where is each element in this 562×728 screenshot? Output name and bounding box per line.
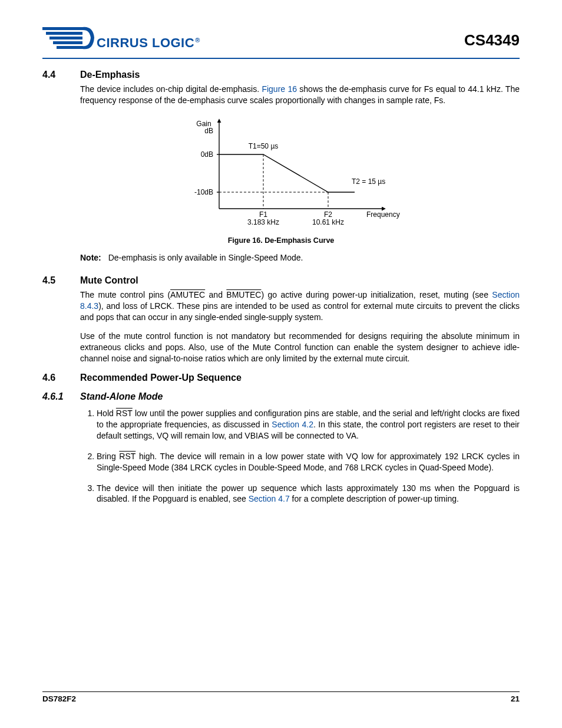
page-number: 21: [511, 694, 520, 703]
section-4-5-para1: The mute control pins (AMUTEC and BMUTEC…: [80, 289, 520, 323]
section-title: Mute Control: [80, 275, 138, 286]
section-42-link[interactable]: Section 4.2: [272, 420, 313, 429]
deemphasis-chart: Gain dB 0dB -10dB T1=50 µs T2 = 15 µs F1…: [154, 114, 408, 232]
page-footer: DS782F2 21: [42, 691, 520, 703]
step-2: Bring RST high. The device will remain i…: [97, 451, 520, 473]
section-num: 4.5: [42, 275, 80, 286]
registered-mark: ®: [195, 37, 200, 44]
step-3: The device will then initiate the power …: [97, 483, 520, 505]
section-4-5-para2: Use of the mute control function is not …: [80, 331, 520, 364]
note-text: De-emphasis is only available in Single-…: [108, 253, 303, 262]
svg-rect-1: [46, 32, 82, 35]
standalone-steps: Hold RST low until the power supplies an…: [80, 408, 520, 505]
rst-signal: RST: [116, 408, 133, 419]
section-4-6-1-heading: 4.6.1 Stand-Alone Mode: [42, 391, 520, 402]
subsection-title: Stand-Alone Mode: [80, 391, 163, 402]
figure-16-link[interactable]: Figure 16: [262, 84, 297, 94]
section-4-5-heading: 4.5 Mute Control: [42, 275, 520, 286]
x-tick-f2-val: 10.61 kHz: [312, 218, 344, 226]
x-tick-f1-val: 3.183 kHz: [247, 218, 279, 226]
step-1: Hold RST low until the power supplies an…: [97, 408, 520, 442]
section-47-link[interactable]: Section 4.7: [249, 494, 290, 503]
svg-rect-0: [42, 27, 82, 30]
brand-logo: CIRRUS LOGIC®: [42, 24, 201, 57]
section-4-4-para1: The device includes on-chip digital de-e…: [80, 84, 520, 106]
svg-rect-4: [57, 46, 82, 49]
y-tick-0db: 0dB: [201, 150, 213, 159]
y-axis-label: Gain dB: [196, 120, 213, 135]
brand-text: CIRRUS LOGIC: [97, 35, 194, 50]
t1-annotation: T1=50 µs: [249, 142, 279, 150]
page-header: CIRRUS LOGIC® CS4349: [42, 24, 520, 59]
section-num: 4.4: [42, 70, 80, 80]
svg-rect-3: [53, 41, 82, 44]
t2-annotation: T2 = 15 µs: [352, 177, 385, 186]
section-title: De-Emphasis: [80, 70, 140, 80]
section-4-4-heading: 4.4 De-Emphasis: [42, 70, 520, 80]
section-4-6-heading: 4.6 Recommended Power-Up Sequence: [42, 373, 520, 383]
rst-signal: RST: [119, 451, 135, 462]
amutec-signal: AMUTEC: [170, 289, 205, 301]
figure-16: Gain dB 0dB -10dB T1=50 µs T2 = 15 µs F1…: [42, 114, 520, 245]
x-tick-f2-name: F2: [324, 210, 332, 219]
subsection-num: 4.6.1: [42, 391, 80, 402]
section-title: Recommended Power-Up Sequence: [80, 373, 242, 383]
section-num: 4.6: [42, 373, 80, 383]
note-label: Note:: [80, 253, 106, 262]
y-tick-neg10db: -10dB: [194, 188, 213, 196]
page: CIRRUS LOGIC® CS4349 4.4 De-Emphasis The…: [0, 0, 562, 728]
figure-16-caption: Figure 16. De-Emphasis Curve: [42, 236, 520, 245]
svg-rect-2: [49, 37, 82, 39]
bmutec-signal: BMUTEC: [226, 289, 261, 301]
x-tick-f1-name: F1: [259, 210, 267, 219]
x-axis-label: Frequency: [366, 210, 400, 219]
svg-text:CIRRUS LOGIC®: CIRRUS LOGIC®: [97, 35, 200, 50]
cirrus-logic-logo-icon: CIRRUS LOGIC®: [42, 24, 201, 57]
doc-number: DS782F2: [42, 694, 76, 703]
part-number: CS4349: [464, 31, 520, 50]
section-4-4-note: Note: De-emphasis is only available in S…: [80, 253, 520, 262]
